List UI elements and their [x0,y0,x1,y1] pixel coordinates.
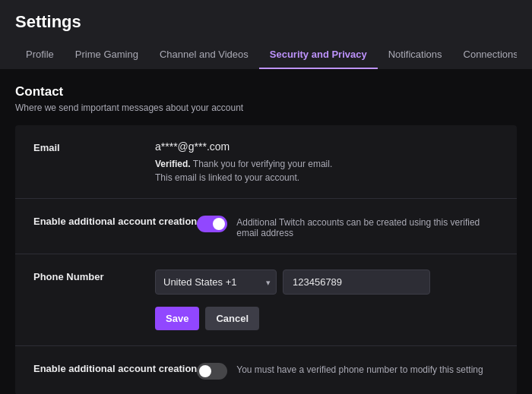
tab-profile[interactable]: Profile [15,41,65,69]
verified-message: Thank you for verifying your email. [191,159,333,169]
phone-inputs: United States +1 United Kingdom +44 Cana… [155,269,499,295]
enable-additional-phone-label: Enable additional account creation [33,361,197,374]
email-row: Email a****@g***.com Verified. Thank you… [15,125,517,199]
phone-number-content: United States +1 United Kingdom +44 Cana… [155,269,499,330]
phone-number-input[interactable] [283,269,430,295]
header: Settings Profile Prime Gaming Channel an… [0,0,532,69]
tab-prime-gaming[interactable]: Prime Gaming [65,41,149,69]
verified-bold: Verified. [155,159,191,169]
country-select[interactable]: United States +1 United Kingdom +44 Cana… [155,269,277,295]
email-label: Email [33,140,155,153]
enable-additional-email-row: Enable additional account creation Addit… [15,199,517,254]
enable-additional-email-toggle[interactable] [197,216,227,232]
enable-additional-phone-description: You must have a verified phone number to… [236,361,483,375]
toggle-area-phone: You must have a verified phone number to… [197,361,499,380]
tab-notifications[interactable]: Notifications [378,41,453,69]
verified-text: Verified. Thank you for verifying your e… [155,159,499,169]
toggle-knob-email [213,218,225,230]
toggle-area-email: Additional Twitch accounts can be create… [197,214,499,238]
enable-additional-phone-row: Enable additional account creation You m… [15,346,517,394]
enable-additional-phone-toggle[interactable] [197,363,227,380]
content-area: Contact Where we send important messages… [0,69,532,394]
country-select-wrapper: United States +1 United Kingdom +44 Cana… [155,269,277,295]
enable-additional-phone-content: You must have a verified phone number to… [197,361,499,380]
cancel-button[interactable]: Cancel [205,307,259,330]
email-content: a****@g***.com Verified. Thank you for v… [155,140,499,183]
section-subtitle: Where we send important messages about y… [15,102,517,113]
tab-security-and-privacy[interactable]: Security and Privacy [259,41,378,69]
page-title: Settings [15,12,517,32]
toggle-knob-phone [199,365,211,377]
linked-text: This email is linked to your account. [155,172,499,183]
phone-number-row: Phone Number United States +1 United Kin… [15,254,517,346]
enable-additional-email-description: Additional Twitch accounts can be create… [236,214,499,238]
enable-additional-email-label: Enable additional account creation [33,214,197,227]
phone-number-label: Phone Number [33,269,155,282]
save-button[interactable]: Save [155,307,199,330]
tab-channel-and-videos[interactable]: Channel and Videos [149,41,259,69]
section-title: Contact [15,84,517,99]
toggle-slider-phone [197,363,227,380]
enable-additional-email-content: Additional Twitch accounts can be create… [197,214,499,238]
email-value: a****@g***.com [155,140,499,153]
tab-connections[interactable]: Connections [453,41,517,69]
toggle-slider-email [197,216,227,232]
phone-actions: Save Cancel [155,307,499,330]
settings-card: Email a****@g***.com Verified. Thank you… [15,125,517,394]
nav-tabs: Profile Prime Gaming Channel and Videos … [15,41,517,69]
